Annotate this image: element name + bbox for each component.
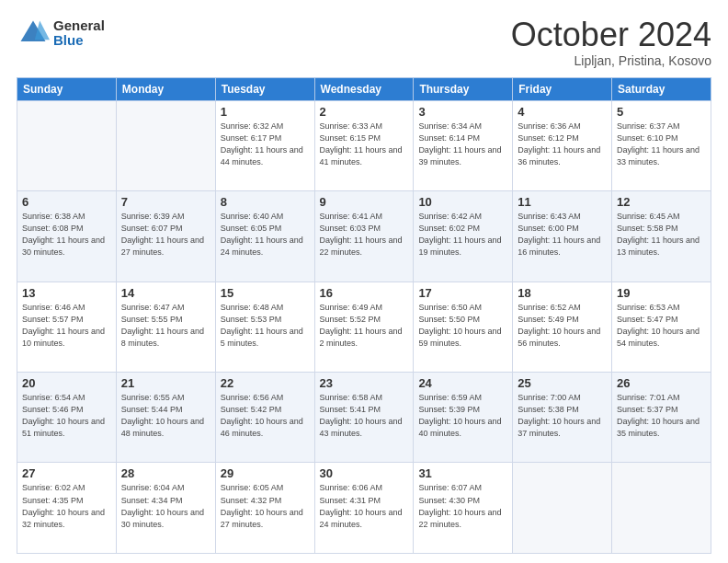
day-info: Sunrise: 6:37 AMSunset: 6:10 PMDaylight:…	[617, 121, 706, 168]
day-number: 13	[22, 286, 111, 300]
day-number: 5	[617, 105, 706, 119]
day-number: 20	[22, 376, 111, 390]
day-info: Sunrise: 7:00 AMSunset: 5:38 PMDaylight:…	[518, 392, 607, 440]
logo-blue: Blue	[53, 33, 105, 49]
day-number: 9	[320, 195, 409, 209]
day-info: Sunrise: 6:46 AMSunset: 5:57 PMDaylight:…	[22, 302, 111, 350]
day-number: 11	[518, 195, 607, 209]
calendar-cell: 12Sunrise: 6:45 AMSunset: 5:58 PMDayligh…	[612, 191, 711, 282]
calendar-cell: 18Sunrise: 6:52 AMSunset: 5:49 PMDayligh…	[513, 282, 612, 372]
day-number: 18	[518, 286, 607, 300]
location: Lipljan, Pristina, Kosovo	[511, 53, 711, 68]
day-info: Sunrise: 6:53 AMSunset: 5:47 PMDaylight:…	[617, 302, 706, 350]
calendar-cell: 22Sunrise: 6:56 AMSunset: 5:42 PMDayligh…	[215, 373, 314, 463]
calendar-cell: 16Sunrise: 6:49 AMSunset: 5:52 PMDayligh…	[314, 282, 414, 372]
calendar-cell: 25Sunrise: 7:00 AMSunset: 5:38 PMDayligh…	[513, 373, 612, 463]
calendar-row-2: 6Sunrise: 6:38 AMSunset: 6:08 PMDaylight…	[17, 191, 711, 282]
day-number: 1	[221, 105, 310, 119]
calendar-cell: 1Sunrise: 6:32 AMSunset: 6:17 PMDaylight…	[215, 100, 314, 190]
weekday-header-row: Sunday Monday Tuesday Wednesday Thursday…	[17, 77, 711, 100]
calendar-cell: 30Sunrise: 6:06 AMSunset: 4:31 PMDayligh…	[314, 463, 414, 554]
day-info: Sunrise: 6:47 AMSunset: 5:55 PMDaylight:…	[121, 302, 210, 350]
day-info: Sunrise: 6:02 AMSunset: 4:35 PMDaylight:…	[22, 482, 111, 530]
calendar-cell: 6Sunrise: 6:38 AMSunset: 6:08 PMDaylight…	[17, 191, 117, 282]
day-info: Sunrise: 6:39 AMSunset: 6:07 PMDaylight:…	[121, 211, 210, 259]
day-number: 15	[221, 286, 310, 300]
calendar-row-4: 20Sunrise: 6:54 AMSunset: 5:46 PMDayligh…	[17, 373, 711, 463]
header-wednesday: Wednesday	[314, 77, 414, 100]
calendar-cell: 20Sunrise: 6:54 AMSunset: 5:46 PMDayligh…	[17, 373, 117, 463]
header-sunday: Sunday	[17, 77, 117, 100]
logo-icon	[17, 17, 50, 50]
header-saturday: Saturday	[612, 77, 711, 100]
day-info: Sunrise: 6:54 AMSunset: 5:46 PMDaylight:…	[22, 392, 111, 440]
day-info: Sunrise: 6:58 AMSunset: 5:41 PMDaylight:…	[320, 392, 409, 440]
day-number: 25	[518, 376, 607, 390]
day-info: Sunrise: 6:32 AMSunset: 6:17 PMDaylight:…	[221, 121, 310, 168]
day-number: 21	[121, 376, 210, 390]
calendar-cell: 2Sunrise: 6:33 AMSunset: 6:15 PMDaylight…	[314, 100, 414, 190]
calendar-cell	[612, 463, 711, 554]
day-info: Sunrise: 6:05 AMSunset: 4:32 PMDaylight:…	[221, 482, 310, 530]
day-number: 30	[320, 466, 409, 480]
day-info: Sunrise: 6:36 AMSunset: 6:12 PMDaylight:…	[518, 121, 607, 168]
day-info: Sunrise: 6:48 AMSunset: 5:53 PMDaylight:…	[221, 302, 310, 350]
day-number: 2	[320, 105, 409, 119]
day-number: 31	[418, 466, 507, 480]
calendar-cell: 26Sunrise: 7:01 AMSunset: 5:37 PMDayligh…	[612, 373, 711, 463]
calendar-cell: 24Sunrise: 6:59 AMSunset: 5:39 PMDayligh…	[414, 373, 513, 463]
calendar-cell: 5Sunrise: 6:37 AMSunset: 6:10 PMDaylight…	[612, 100, 711, 190]
calendar-row-5: 27Sunrise: 6:02 AMSunset: 4:35 PMDayligh…	[17, 463, 711, 554]
day-number: 29	[221, 466, 310, 480]
calendar-cell: 23Sunrise: 6:58 AMSunset: 5:41 PMDayligh…	[314, 373, 414, 463]
title-block: October 2024 Lipljan, Pristina, Kosovo	[511, 17, 711, 68]
day-number: 26	[617, 376, 706, 390]
day-number: 14	[121, 286, 210, 300]
day-info: Sunrise: 6:43 AMSunset: 6:00 PMDaylight:…	[518, 211, 607, 259]
day-info: Sunrise: 6:55 AMSunset: 5:44 PMDaylight:…	[121, 392, 210, 440]
header-friday: Friday	[513, 77, 612, 100]
calendar-cell: 15Sunrise: 6:48 AMSunset: 5:53 PMDayligh…	[215, 282, 314, 372]
day-info: Sunrise: 6:45 AMSunset: 5:58 PMDaylight:…	[617, 211, 706, 259]
day-number: 12	[617, 195, 706, 209]
calendar-cell: 10Sunrise: 6:42 AMSunset: 6:02 PMDayligh…	[414, 191, 513, 282]
calendar-table: Sunday Monday Tuesday Wednesday Thursday…	[17, 77, 711, 554]
day-number: 17	[418, 286, 507, 300]
logo-general: General	[53, 18, 105, 34]
day-number: 27	[22, 466, 111, 480]
calendar-cell: 27Sunrise: 6:02 AMSunset: 4:35 PMDayligh…	[17, 463, 117, 554]
day-number: 7	[121, 195, 210, 209]
calendar-cell: 13Sunrise: 6:46 AMSunset: 5:57 PMDayligh…	[17, 282, 117, 372]
calendar-cell	[513, 463, 612, 554]
calendar-cell: 9Sunrise: 6:41 AMSunset: 6:03 PMDaylight…	[314, 191, 414, 282]
day-info: Sunrise: 6:56 AMSunset: 5:42 PMDaylight:…	[221, 392, 310, 440]
day-number: 8	[221, 195, 310, 209]
day-info: Sunrise: 6:40 AMSunset: 6:05 PMDaylight:…	[221, 211, 310, 259]
calendar-cell: 17Sunrise: 6:50 AMSunset: 5:50 PMDayligh…	[414, 282, 513, 372]
day-number: 6	[22, 195, 111, 209]
header: General Blue October 2024 Lipljan, Prist…	[17, 17, 711, 68]
calendar-cell: 11Sunrise: 6:43 AMSunset: 6:00 PMDayligh…	[513, 191, 612, 282]
day-number: 3	[418, 105, 507, 119]
day-info: Sunrise: 6:06 AMSunset: 4:31 PMDaylight:…	[320, 482, 409, 530]
calendar-cell: 28Sunrise: 6:04 AMSunset: 4:34 PMDayligh…	[116, 463, 215, 554]
day-number: 4	[518, 105, 607, 119]
header-tuesday: Tuesday	[215, 77, 314, 100]
day-number: 10	[418, 195, 507, 209]
calendar-cell: 7Sunrise: 6:39 AMSunset: 6:07 PMDaylight…	[116, 191, 215, 282]
day-info: Sunrise: 6:50 AMSunset: 5:50 PMDaylight:…	[418, 302, 507, 350]
logo-text: General Blue	[53, 18, 105, 49]
month-title: October 2024	[511, 17, 711, 53]
day-number: 19	[617, 286, 706, 300]
day-info: Sunrise: 6:07 AMSunset: 4:30 PMDaylight:…	[418, 482, 507, 530]
calendar-row-1: 1Sunrise: 6:32 AMSunset: 6:17 PMDaylight…	[17, 100, 711, 190]
header-monday: Monday	[116, 77, 215, 100]
calendar-cell	[17, 100, 117, 190]
calendar-cell: 21Sunrise: 6:55 AMSunset: 5:44 PMDayligh…	[116, 373, 215, 463]
calendar-row-3: 13Sunrise: 6:46 AMSunset: 5:57 PMDayligh…	[17, 282, 711, 372]
calendar-cell: 3Sunrise: 6:34 AMSunset: 6:14 PMDaylight…	[414, 100, 513, 190]
day-info: Sunrise: 6:38 AMSunset: 6:08 PMDaylight:…	[22, 211, 111, 259]
day-info: Sunrise: 6:04 AMSunset: 4:34 PMDaylight:…	[121, 482, 210, 530]
day-info: Sunrise: 6:34 AMSunset: 6:14 PMDaylight:…	[418, 121, 507, 168]
calendar-cell: 29Sunrise: 6:05 AMSunset: 4:32 PMDayligh…	[215, 463, 314, 554]
